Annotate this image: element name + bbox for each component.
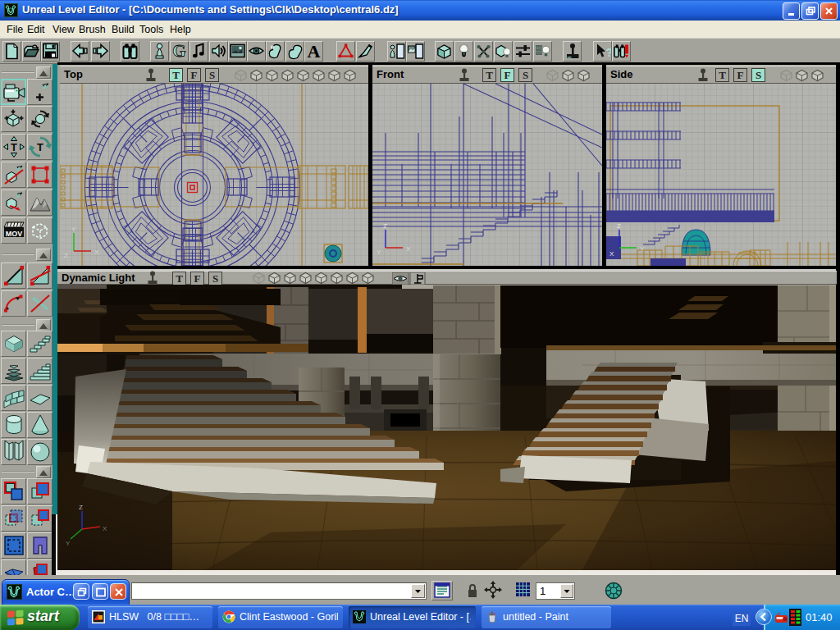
svg-text:T: T bbox=[11, 141, 17, 153]
svg-text:?: ? bbox=[606, 46, 612, 59]
svg-text:Z: Z bbox=[383, 222, 387, 230]
svg-text:Z: Z bbox=[79, 504, 83, 511]
svg-text:Y: Y bbox=[377, 249, 381, 256]
svg-text:X: X bbox=[406, 245, 411, 253]
svg-text:Z: Z bbox=[617, 222, 621, 230]
svg-text:X: X bbox=[94, 249, 99, 256]
svg-text:X: X bbox=[103, 525, 107, 532]
svg-text:G: G bbox=[172, 42, 185, 61]
svg-text:MOV: MOV bbox=[6, 230, 23, 238]
svg-text:Y: Y bbox=[66, 540, 71, 547]
svg-text:Y: Y bbox=[640, 245, 645, 253]
svg-text:Y: Y bbox=[71, 226, 76, 233]
svg-text:X: X bbox=[609, 250, 614, 258]
svg-text:T: T bbox=[37, 141, 43, 153]
svg-text:Z: Z bbox=[64, 252, 68, 259]
svg-text:A: A bbox=[308, 42, 321, 61]
